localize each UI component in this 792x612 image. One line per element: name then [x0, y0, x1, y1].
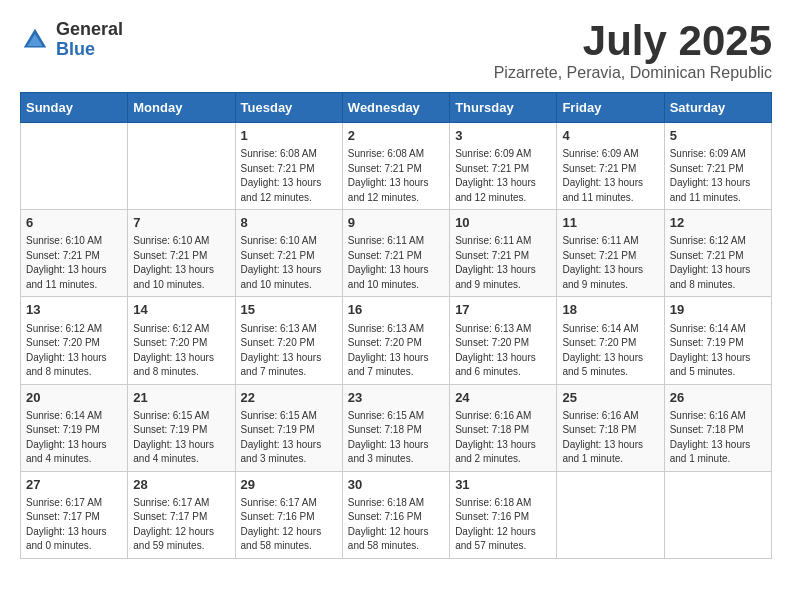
calendar-day-cell: 6Sunrise: 6:10 AM Sunset: 7:21 PM Daylig…	[21, 210, 128, 297]
day-number: 28	[133, 476, 229, 494]
day-number: 31	[455, 476, 551, 494]
logo: General Blue	[20, 20, 123, 60]
calendar-day-cell: 8Sunrise: 6:10 AM Sunset: 7:21 PM Daylig…	[235, 210, 342, 297]
day-number: 2	[348, 127, 444, 145]
day-info: Sunrise: 6:16 AM Sunset: 7:18 PM Dayligh…	[670, 409, 766, 467]
day-info: Sunrise: 6:13 AM Sunset: 7:20 PM Dayligh…	[241, 322, 337, 380]
calendar-header: SundayMondayTuesdayWednesdayThursdayFrid…	[21, 93, 772, 123]
calendar-day-cell: 2Sunrise: 6:08 AM Sunset: 7:21 PM Daylig…	[342, 123, 449, 210]
day-info: Sunrise: 6:11 AM Sunset: 7:21 PM Dayligh…	[455, 234, 551, 292]
calendar-day-cell: 22Sunrise: 6:15 AM Sunset: 7:19 PM Dayli…	[235, 384, 342, 471]
day-info: Sunrise: 6:14 AM Sunset: 7:19 PM Dayligh…	[26, 409, 122, 467]
day-info: Sunrise: 6:17 AM Sunset: 7:17 PM Dayligh…	[26, 496, 122, 554]
day-number: 12	[670, 214, 766, 232]
calendar-day-cell: 26Sunrise: 6:16 AM Sunset: 7:18 PM Dayli…	[664, 384, 771, 471]
day-number: 5	[670, 127, 766, 145]
day-info: Sunrise: 6:16 AM Sunset: 7:18 PM Dayligh…	[562, 409, 658, 467]
calendar-day-cell: 21Sunrise: 6:15 AM Sunset: 7:19 PM Dayli…	[128, 384, 235, 471]
logo-general-text: General	[56, 20, 123, 40]
day-number: 19	[670, 301, 766, 319]
weekday-header-wednesday: Wednesday	[342, 93, 449, 123]
calendar-day-cell: 3Sunrise: 6:09 AM Sunset: 7:21 PM Daylig…	[450, 123, 557, 210]
day-info: Sunrise: 6:11 AM Sunset: 7:21 PM Dayligh…	[562, 234, 658, 292]
day-number: 11	[562, 214, 658, 232]
calendar-day-cell: 17Sunrise: 6:13 AM Sunset: 7:20 PM Dayli…	[450, 297, 557, 384]
calendar-day-cell	[557, 471, 664, 558]
calendar-day-cell: 27Sunrise: 6:17 AM Sunset: 7:17 PM Dayli…	[21, 471, 128, 558]
calendar-day-cell: 20Sunrise: 6:14 AM Sunset: 7:19 PM Dayli…	[21, 384, 128, 471]
day-number: 10	[455, 214, 551, 232]
calendar-day-cell: 10Sunrise: 6:11 AM Sunset: 7:21 PM Dayli…	[450, 210, 557, 297]
calendar-day-cell: 15Sunrise: 6:13 AM Sunset: 7:20 PM Dayli…	[235, 297, 342, 384]
day-number: 26	[670, 389, 766, 407]
calendar-day-cell: 14Sunrise: 6:12 AM Sunset: 7:20 PM Dayli…	[128, 297, 235, 384]
calendar-day-cell: 16Sunrise: 6:13 AM Sunset: 7:20 PM Dayli…	[342, 297, 449, 384]
day-number: 29	[241, 476, 337, 494]
day-number: 8	[241, 214, 337, 232]
calendar-day-cell: 23Sunrise: 6:15 AM Sunset: 7:18 PM Dayli…	[342, 384, 449, 471]
day-info: Sunrise: 6:10 AM Sunset: 7:21 PM Dayligh…	[241, 234, 337, 292]
calendar-day-cell: 9Sunrise: 6:11 AM Sunset: 7:21 PM Daylig…	[342, 210, 449, 297]
day-info: Sunrise: 6:09 AM Sunset: 7:21 PM Dayligh…	[455, 147, 551, 205]
calendar-table: SundayMondayTuesdayWednesdayThursdayFrid…	[20, 92, 772, 559]
month-title: July 2025	[494, 20, 772, 62]
weekday-header-saturday: Saturday	[664, 93, 771, 123]
calendar-week-row: 13Sunrise: 6:12 AM Sunset: 7:20 PM Dayli…	[21, 297, 772, 384]
calendar-week-row: 27Sunrise: 6:17 AM Sunset: 7:17 PM Dayli…	[21, 471, 772, 558]
day-number: 30	[348, 476, 444, 494]
day-info: Sunrise: 6:17 AM Sunset: 7:17 PM Dayligh…	[133, 496, 229, 554]
day-info: Sunrise: 6:12 AM Sunset: 7:20 PM Dayligh…	[133, 322, 229, 380]
calendar-day-cell: 28Sunrise: 6:17 AM Sunset: 7:17 PM Dayli…	[128, 471, 235, 558]
weekday-header-friday: Friday	[557, 93, 664, 123]
day-number: 16	[348, 301, 444, 319]
day-info: Sunrise: 6:12 AM Sunset: 7:20 PM Dayligh…	[26, 322, 122, 380]
weekday-header-sunday: Sunday	[21, 93, 128, 123]
calendar-day-cell: 12Sunrise: 6:12 AM Sunset: 7:21 PM Dayli…	[664, 210, 771, 297]
day-info: Sunrise: 6:10 AM Sunset: 7:21 PM Dayligh…	[133, 234, 229, 292]
day-number: 22	[241, 389, 337, 407]
day-info: Sunrise: 6:18 AM Sunset: 7:16 PM Dayligh…	[455, 496, 551, 554]
calendar-week-row: 20Sunrise: 6:14 AM Sunset: 7:19 PM Dayli…	[21, 384, 772, 471]
weekday-header-thursday: Thursday	[450, 93, 557, 123]
calendar-day-cell: 5Sunrise: 6:09 AM Sunset: 7:21 PM Daylig…	[664, 123, 771, 210]
day-number: 27	[26, 476, 122, 494]
calendar-day-cell: 7Sunrise: 6:10 AM Sunset: 7:21 PM Daylig…	[128, 210, 235, 297]
day-number: 23	[348, 389, 444, 407]
day-info: Sunrise: 6:09 AM Sunset: 7:21 PM Dayligh…	[562, 147, 658, 205]
day-number: 15	[241, 301, 337, 319]
day-info: Sunrise: 6:09 AM Sunset: 7:21 PM Dayligh…	[670, 147, 766, 205]
day-number: 24	[455, 389, 551, 407]
day-info: Sunrise: 6:11 AM Sunset: 7:21 PM Dayligh…	[348, 234, 444, 292]
day-number: 18	[562, 301, 658, 319]
title-block: July 2025 Pizarrete, Peravia, Dominican …	[494, 20, 772, 82]
calendar-day-cell: 19Sunrise: 6:14 AM Sunset: 7:19 PM Dayli…	[664, 297, 771, 384]
day-number: 9	[348, 214, 444, 232]
location-subtitle: Pizarrete, Peravia, Dominican Republic	[494, 64, 772, 82]
calendar-day-cell: 13Sunrise: 6:12 AM Sunset: 7:20 PM Dayli…	[21, 297, 128, 384]
weekday-header-monday: Monday	[128, 93, 235, 123]
day-info: Sunrise: 6:08 AM Sunset: 7:21 PM Dayligh…	[348, 147, 444, 205]
calendar-day-cell: 24Sunrise: 6:16 AM Sunset: 7:18 PM Dayli…	[450, 384, 557, 471]
calendar-day-cell	[128, 123, 235, 210]
day-number: 13	[26, 301, 122, 319]
day-info: Sunrise: 6:14 AM Sunset: 7:20 PM Dayligh…	[562, 322, 658, 380]
day-info: Sunrise: 6:13 AM Sunset: 7:20 PM Dayligh…	[348, 322, 444, 380]
logo-icon	[20, 25, 50, 55]
day-number: 25	[562, 389, 658, 407]
day-info: Sunrise: 6:14 AM Sunset: 7:19 PM Dayligh…	[670, 322, 766, 380]
calendar-day-cell: 29Sunrise: 6:17 AM Sunset: 7:16 PM Dayli…	[235, 471, 342, 558]
logo-blue-text: Blue	[56, 40, 123, 60]
day-number: 21	[133, 389, 229, 407]
calendar-day-cell: 30Sunrise: 6:18 AM Sunset: 7:16 PM Dayli…	[342, 471, 449, 558]
calendar-day-cell: 25Sunrise: 6:16 AM Sunset: 7:18 PM Dayli…	[557, 384, 664, 471]
day-number: 4	[562, 127, 658, 145]
day-info: Sunrise: 6:17 AM Sunset: 7:16 PM Dayligh…	[241, 496, 337, 554]
day-info: Sunrise: 6:18 AM Sunset: 7:16 PM Dayligh…	[348, 496, 444, 554]
page-header: General Blue July 2025 Pizarrete, Peravi…	[20, 20, 772, 82]
day-number: 6	[26, 214, 122, 232]
day-info: Sunrise: 6:15 AM Sunset: 7:19 PM Dayligh…	[133, 409, 229, 467]
calendar-day-cell	[664, 471, 771, 558]
day-info: Sunrise: 6:08 AM Sunset: 7:21 PM Dayligh…	[241, 147, 337, 205]
day-number: 1	[241, 127, 337, 145]
day-number: 14	[133, 301, 229, 319]
